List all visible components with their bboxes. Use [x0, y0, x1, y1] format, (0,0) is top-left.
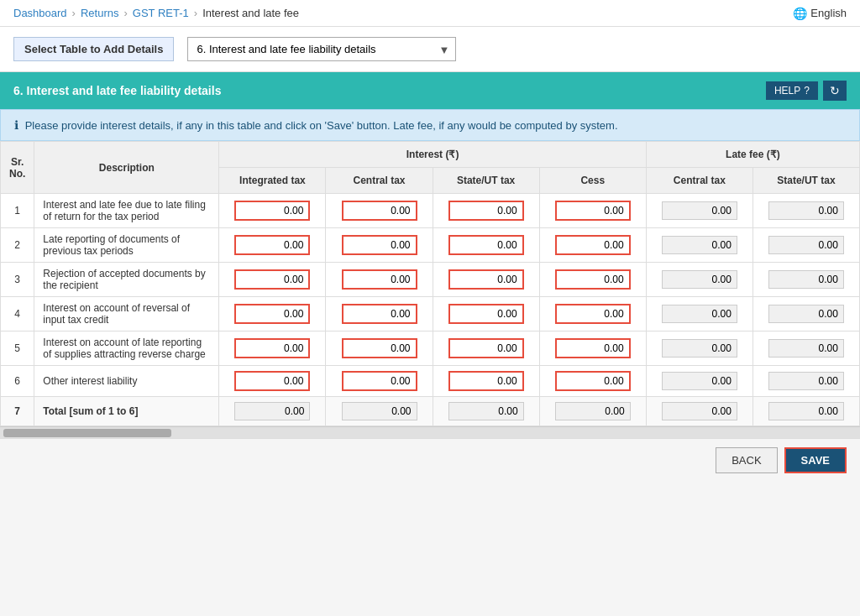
int-state-cell — [433, 263, 539, 297]
language-selector[interactable]: 🌐 English — [793, 7, 847, 20]
lf-central-cell — [646, 228, 752, 263]
total-lf-state-input — [768, 402, 844, 420]
int-state-input[interactable] — [448, 201, 524, 221]
total-label: Total [sum of 1 to 6] — [34, 397, 219, 426]
select-table-bar: Select Table to Add Details 6. Interest … — [0, 27, 860, 72]
int-integrated-input[interactable] — [234, 269, 310, 290]
table-row: 1 Interest and late fee due to late fili… — [1, 194, 860, 228]
int-central-cell — [326, 194, 433, 228]
total-int-state-input — [448, 402, 524, 420]
int-cess-cell — [539, 228, 646, 263]
col-lf-state: State/UT tax — [752, 168, 859, 194]
bottom-bar: BACK SAVE — [0, 438, 860, 482]
int-central-cell — [326, 263, 433, 297]
col-int-cess: Cess — [539, 168, 646, 194]
lf-state-cell — [752, 331, 859, 366]
nav-current: Interest and late fee — [202, 7, 299, 19]
help-button[interactable]: HELP ? — [766, 81, 818, 100]
save-button[interactable]: SAVE — [784, 447, 847, 473]
int-cess-cell — [539, 263, 646, 297]
desc-cell: Interest and late fee due to late filing… — [34, 194, 219, 228]
section-actions: HELP ? ↻ — [766, 81, 847, 101]
int-state-input[interactable] — [448, 304, 524, 324]
int-central-input[interactable] — [342, 235, 417, 255]
lf-state-input[interactable] — [768, 339, 844, 358]
help-label: HELP — [774, 85, 800, 97]
interest-latefee-table: Sr. No. Description Interest (₹) Late fe… — [0, 141, 860, 426]
int-cess-input[interactable] — [555, 371, 631, 391]
int-integrated-cell — [219, 263, 326, 297]
int-integrated-input[interactable] — [234, 371, 310, 391]
lf-state-input[interactable] — [768, 201, 844, 220]
col-desc-header: Description — [34, 142, 219, 194]
info-message: Please provide interest details, if any … — [25, 119, 618, 132]
int-central-input[interactable] — [342, 338, 417, 358]
total-lf-state — [752, 397, 859, 426]
table-dropdown[interactable]: 6. Interest and late fee liability detai… — [187, 37, 456, 61]
table-select-wrapper: 6. Interest and late fee liability detai… — [187, 37, 456, 61]
lf-central-input[interactable] — [662, 305, 737, 323]
int-cess-input[interactable] — [555, 338, 631, 358]
table-row: 4 Interest on account of reversal of inp… — [1, 297, 860, 331]
int-state-cell — [433, 297, 539, 331]
table-container: Sr. No. Description Interest (₹) Late fe… — [0, 141, 860, 426]
lf-state-cell — [752, 228, 859, 263]
total-lf-central-input — [662, 402, 737, 420]
int-state-input[interactable] — [448, 235, 524, 255]
int-central-input[interactable] — [342, 371, 417, 391]
refresh-button[interactable]: ↻ — [823, 81, 847, 101]
int-integrated-input[interactable] — [234, 201, 310, 221]
nav-returns[interactable]: Returns — [81, 7, 119, 19]
language-label: English — [810, 7, 847, 19]
col-lf-central: Central tax — [646, 168, 752, 194]
table-row: 3 Rejection of accepted documents by the… — [1, 263, 860, 297]
int-cess-cell — [539, 194, 646, 228]
int-state-input[interactable] — [448, 269, 524, 290]
lf-state-input[interactable] — [768, 372, 844, 390]
int-central-input[interactable] — [342, 304, 417, 324]
lf-central-input[interactable] — [662, 270, 737, 289]
int-central-input[interactable] — [342, 269, 417, 290]
desc-cell: Other interest liability — [34, 366, 219, 397]
sr-cell: 5 — [1, 331, 34, 366]
lf-central-input[interactable] — [662, 236, 737, 254]
lf-central-input[interactable] — [662, 339, 737, 358]
sr-cell: 3 — [1, 263, 34, 297]
back-button[interactable]: BACK — [716, 447, 777, 473]
int-central-cell — [326, 366, 433, 397]
int-integrated-input[interactable] — [234, 235, 310, 255]
globe-icon: 🌐 — [793, 7, 807, 20]
lf-central-input[interactable] — [662, 372, 737, 390]
lf-state-input[interactable] — [768, 236, 844, 254]
int-cess-input[interactable] — [555, 304, 631, 324]
total-int-integrated — [219, 397, 326, 426]
horizontal-scrollbar[interactable] — [0, 426, 860, 438]
int-state-input[interactable] — [448, 338, 524, 358]
lf-state-input[interactable] — [768, 305, 844, 323]
int-central-cell — [326, 228, 433, 263]
lf-state-input[interactable] — [768, 270, 844, 289]
int-cess-input[interactable] — [555, 201, 631, 221]
int-cess-cell — [539, 297, 646, 331]
col-sr-header: Sr. No. — [1, 142, 34, 194]
int-central-input[interactable] — [342, 201, 417, 221]
lf-central-input[interactable] — [662, 201, 737, 220]
lf-central-cell — [646, 366, 752, 397]
int-cess-input[interactable] — [555, 269, 631, 290]
nav-dashboard[interactable]: Dashboard — [13, 7, 67, 19]
col-int-central: Central tax — [326, 168, 433, 194]
int-cess-input[interactable] — [555, 235, 631, 255]
int-state-cell — [433, 366, 539, 397]
select-table-label: Select Table to Add Details — [13, 37, 174, 61]
int-state-input[interactable] — [448, 371, 524, 391]
sr-cell: 1 — [1, 194, 34, 228]
int-integrated-input[interactable] — [234, 304, 310, 324]
scroll-thumb[interactable] — [3, 429, 171, 437]
total-int-cess-input — [555, 402, 631, 420]
int-integrated-input[interactable] — [234, 338, 310, 358]
question-icon: ? — [804, 85, 810, 97]
nav-gst-ret1[interactable]: GST RET-1 — [133, 7, 189, 19]
int-central-cell — [326, 331, 433, 366]
int-integrated-cell — [219, 228, 326, 263]
table-row: 2 Late reporting of documents of previou… — [1, 228, 860, 263]
